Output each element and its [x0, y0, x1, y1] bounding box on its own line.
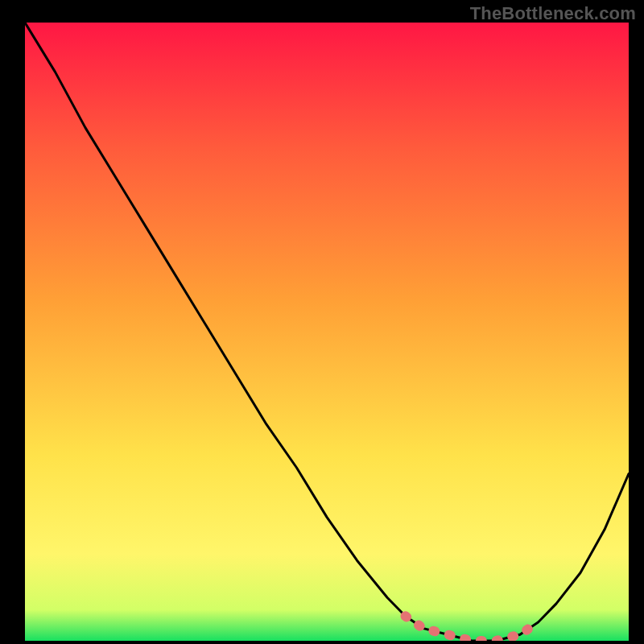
watermark-text: TheBottleneck.com: [470, 3, 636, 24]
bottleneck-chart: [25, 23, 629, 641]
gradient-background: [25, 23, 629, 641]
